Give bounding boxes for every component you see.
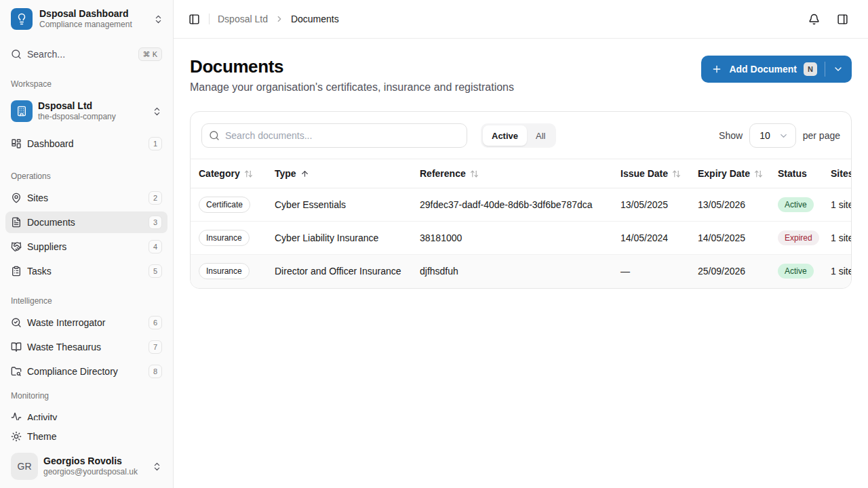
sidebar-item-tasks[interactable]: Tasks 5 xyxy=(5,260,167,282)
cell-expiry-date: 14/05/2025 xyxy=(690,222,770,255)
cell-issue-date: 14/05/2024 xyxy=(612,222,690,255)
cell-expiry-date: 13/05/2026 xyxy=(690,188,770,222)
theme-toggle[interactable]: Theme xyxy=(5,426,167,447)
section-label-workspace: Workspace xyxy=(5,79,167,89)
app-subtitle: Compliance management xyxy=(39,20,146,30)
chevrons-up-down-icon xyxy=(153,14,163,24)
sidebar-item-suppliers[interactable]: Suppliers 4 xyxy=(5,236,167,258)
book-open-icon xyxy=(11,342,22,352)
notifications-button[interactable] xyxy=(804,9,823,28)
chevrons-up-down-icon xyxy=(152,106,162,117)
documents-toolbar: Active All Show 10 per page xyxy=(191,112,851,159)
cell-reference: 38181000 xyxy=(412,222,612,255)
add-document-button[interactable]: Add Document N xyxy=(701,56,852,83)
sidebar-item-sites[interactable]: Sites 2 xyxy=(5,187,167,209)
filter-active[interactable]: Active xyxy=(483,125,527,146)
table-row[interactable]: Insurance Director and Officer Insurance… xyxy=(191,255,852,288)
workspace-avatar xyxy=(11,100,33,122)
sidebar-item-label: Suppliers xyxy=(27,241,66,252)
sidebar-item-label: Waste Interrogator xyxy=(27,317,105,328)
sidebar-item-label: Waste Thesaurus xyxy=(27,342,101,352)
avatar: GR xyxy=(11,453,38,480)
sidebar-item-label: Dashboard xyxy=(27,138,74,149)
cell-expiry-date: 25/09/2026 xyxy=(690,255,770,288)
column-label: Expiry Date xyxy=(698,168,750,179)
sidebar-nav: Workspace Dsposal Ltd the-dsposal-compan… xyxy=(0,65,173,420)
table-row[interactable]: Insurance Cyber Liability Insurance 3818… xyxy=(191,222,852,255)
workspace-switcher[interactable]: Dsposal Ltd the-dsposal-company xyxy=(5,95,167,127)
page-content: Documents Manage your organisation's cer… xyxy=(174,39,868,488)
breadcrumb-item-workspace[interactable]: Dsposal Ltd xyxy=(218,14,268,24)
section-label-monitoring: Monitoring xyxy=(5,390,167,401)
column-header-issue-date[interactable]: Issue Date xyxy=(612,159,690,188)
user-meta: Georgios Rovolis georgios@yourdsposal.uk xyxy=(43,455,146,477)
sidebar-item-label: Sites xyxy=(27,192,48,203)
status-badge: Expired xyxy=(778,230,819,245)
file-text-icon xyxy=(11,217,22,228)
sidebar-item-label: Tasks xyxy=(27,266,52,277)
column-header-type[interactable]: Type xyxy=(267,159,412,188)
shortcut-badge: 7 xyxy=(149,340,162,354)
app-title: Dsposal Dashboard xyxy=(39,8,146,20)
add-document-label: Add Document xyxy=(729,64,797,75)
user-menu[interactable]: GR Georgios Rovolis georgios@yourdsposal… xyxy=(5,450,167,483)
sidebar-item-waste-thesaurus[interactable]: Waste Thesaurus 7 xyxy=(5,336,167,358)
column-header-reference[interactable]: Reference xyxy=(412,159,612,188)
add-document-shortcut-badge: N xyxy=(804,62,817,76)
search-shortcut-badge: ⌘ K xyxy=(138,47,162,61)
search-icon xyxy=(11,49,22,60)
sidebar-item-dashboard[interactable]: Dashboard 1 xyxy=(5,133,167,155)
workspace-name: Dsposal Ltd xyxy=(38,100,146,112)
clipboard-list-icon xyxy=(11,266,22,277)
column-label: Type xyxy=(275,168,296,179)
page-subtitle: Manage your organisation's certificates,… xyxy=(190,81,514,94)
cell-type: Cyber Essentials xyxy=(267,188,412,222)
chevrons-up-down-icon xyxy=(152,462,162,472)
documents-table: Category Type Reference xyxy=(191,159,852,288)
sort-ascending-icon xyxy=(300,169,309,178)
column-header-category[interactable]: Category xyxy=(191,159,267,188)
sidebar-toggle-button[interactable] xyxy=(184,9,203,28)
cell-status: Expired xyxy=(770,222,823,255)
column-label: Status xyxy=(778,168,807,179)
right-panel-toggle-button[interactable] xyxy=(833,9,852,28)
folder-search-icon xyxy=(11,366,22,377)
column-label: Sites xyxy=(831,168,852,179)
status-filter-toggle: Active All xyxy=(481,123,556,148)
table-header-row: Category Type Reference xyxy=(191,159,852,188)
chevron-right-icon xyxy=(275,14,284,24)
status-badge: Active xyxy=(778,197,814,212)
plus-icon xyxy=(711,64,722,75)
search-check-icon xyxy=(11,317,22,328)
section-label-operations: Operations xyxy=(5,171,167,182)
sidebar-item-waste-interrogator[interactable]: Waste Interrogator 6 xyxy=(5,312,167,333)
sun-icon xyxy=(11,431,22,442)
cell-issue-date: — xyxy=(612,255,690,288)
column-label: Issue Date xyxy=(620,168,668,179)
cell-status: Active xyxy=(770,255,823,288)
cell-reference: djfhsdfuh xyxy=(412,255,612,288)
documents-search xyxy=(201,123,467,148)
filter-all[interactable]: All xyxy=(527,125,554,146)
sort-icon xyxy=(470,169,479,178)
table-row[interactable]: Certificate Cyber Essentials 29fdec37-da… xyxy=(191,188,852,222)
page-title: Documents xyxy=(190,56,514,77)
page-size-select[interactable]: 10 xyxy=(749,123,796,148)
app-logo xyxy=(11,8,33,30)
category-badge: Insurance xyxy=(199,263,250,279)
column-header-sites: Sites xyxy=(823,159,852,188)
category-badge: Certificate xyxy=(199,197,250,213)
cell-type: Cyber Liability Insurance xyxy=(267,222,412,255)
sidebar-item-compliance-directory[interactable]: Compliance Directory 8 xyxy=(5,361,167,382)
sidebar-item-documents[interactable]: Documents 3 xyxy=(5,211,167,233)
sidebar-item-activity[interactable]: Activity xyxy=(5,407,167,420)
sidebar-footer: Theme GR Georgios Rovolis georgios@yourd… xyxy=(0,420,173,488)
documents-search-input[interactable] xyxy=(201,123,467,148)
chevron-down-icon[interactable] xyxy=(833,64,844,75)
app-switcher[interactable]: Dsposal Dashboard Compliance management xyxy=(0,0,173,38)
sidebar-item-label: Documents xyxy=(27,217,75,228)
category-badge: Insurance xyxy=(199,230,250,246)
panel-right-icon xyxy=(837,14,848,25)
column-header-expiry-date[interactable]: Expiry Date xyxy=(690,159,770,188)
sidebar-search[interactable]: Search... ⌘ K xyxy=(5,43,167,65)
